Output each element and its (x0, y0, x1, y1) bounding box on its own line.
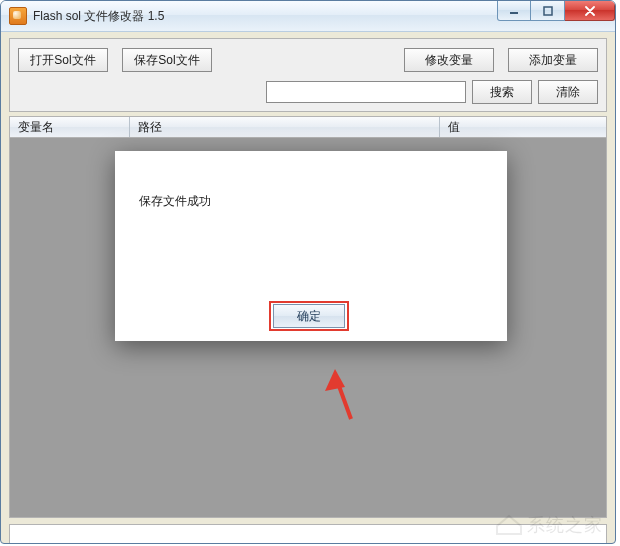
toolbar-row-2: 搜索 清除 (18, 79, 598, 105)
open-sol-button[interactable]: 打开Sol文件 (18, 48, 108, 72)
svg-rect-1 (544, 7, 552, 15)
minimize-button[interactable] (497, 1, 531, 21)
window-title: Flash sol 文件修改器 1.5 (33, 8, 164, 25)
toolbar-panel: 打开Sol文件 保存Sol文件 修改变量 添加变量 搜索 清除 (9, 38, 607, 112)
bottom-panel (9, 524, 607, 544)
svg-rect-0 (510, 12, 518, 14)
search-button[interactable]: 搜索 (472, 80, 532, 104)
toolbar-row-1: 打开Sol文件 保存Sol文件 修改变量 添加变量 (18, 47, 598, 73)
search-input[interactable] (266, 81, 466, 103)
close-button[interactable] (565, 1, 615, 21)
grid-header: 变量名 路径 值 (9, 116, 607, 138)
maximize-icon (543, 6, 553, 16)
dialog-message: 保存文件成功 (139, 193, 211, 210)
column-header-name[interactable]: 变量名 (10, 117, 130, 137)
column-header-path[interactable]: 路径 (130, 117, 440, 137)
window-controls (497, 1, 615, 21)
modify-variable-button[interactable]: 修改变量 (404, 48, 494, 72)
ok-button[interactable]: 确定 (273, 304, 345, 328)
app-icon (9, 7, 27, 25)
close-icon (584, 6, 596, 16)
add-variable-button[interactable]: 添加变量 (508, 48, 598, 72)
ok-button-highlight: 确定 (269, 301, 349, 331)
save-success-dialog: 保存文件成功 确定 (115, 151, 507, 341)
titlebar: Flash sol 文件修改器 1.5 (1, 1, 615, 32)
maximize-button[interactable] (531, 1, 565, 21)
clear-button[interactable]: 清除 (538, 80, 598, 104)
minimize-icon (509, 6, 519, 16)
app-window: Flash sol 文件修改器 1.5 打开Sol文件 (0, 0, 616, 544)
save-sol-button[interactable]: 保存Sol文件 (122, 48, 212, 72)
column-header-value[interactable]: 值 (440, 117, 606, 137)
